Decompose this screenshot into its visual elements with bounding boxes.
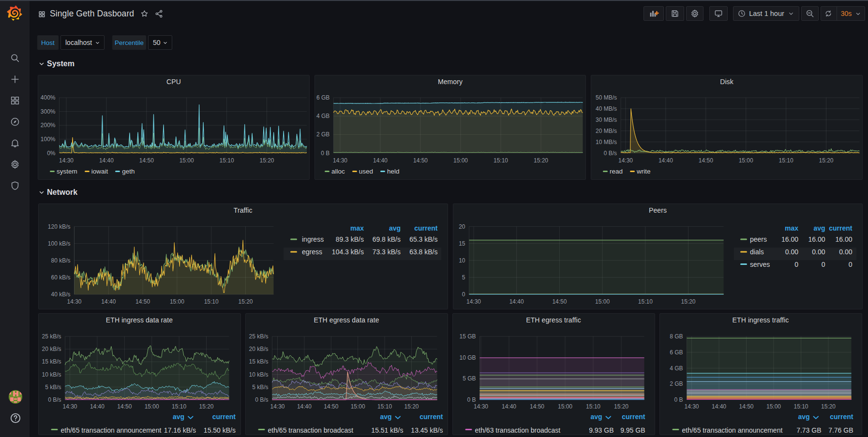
- svg-text:current: current: [830, 413, 853, 421]
- svg-text:15:10: 15:10: [779, 157, 793, 164]
- svg-text:15:10: 15:10: [172, 403, 186, 410]
- svg-text:14:40: 14:40: [658, 157, 673, 164]
- svg-text:14:40: 14:40: [99, 157, 114, 164]
- svg-text:10 GB: 10 GB: [459, 354, 476, 361]
- svg-text:14:30: 14:30: [466, 298, 481, 305]
- svg-text:20 kB/s: 20 kB/s: [249, 346, 268, 352]
- svg-text:0 B/s: 0 B/s: [255, 396, 268, 403]
- svg-text:0 B: 0 B: [674, 396, 683, 403]
- svg-text:25 kB/s: 25 kB/s: [249, 333, 268, 340]
- svg-text:73.3 kB/s: 73.3 kB/s: [372, 248, 400, 256]
- svg-text:0 B: 0 B: [467, 396, 476, 403]
- svg-text:200%: 200%: [41, 122, 56, 129]
- svg-text:14:50: 14:50: [699, 157, 713, 164]
- svg-text:max: max: [785, 224, 798, 232]
- svg-text:0: 0: [822, 261, 825, 268]
- svg-text:16.00: 16.00: [835, 235, 852, 243]
- svg-text:2 GB: 2 GB: [670, 380, 683, 387]
- svg-text:eth/65 transaction announcemen: eth/65 transaction announcement: [682, 426, 782, 434]
- svg-text:current: current: [419, 413, 443, 421]
- svg-text:100 kB/s: 100 kB/s: [47, 240, 70, 247]
- svg-text:current: current: [829, 224, 853, 232]
- svg-text:15: 15: [459, 240, 465, 247]
- svg-text:15:00: 15:00: [169, 298, 184, 305]
- svg-text:avg: avg: [590, 413, 602, 421]
- svg-text:peers: peers: [750, 235, 767, 243]
- svg-text:20: 20: [459, 223, 465, 230]
- svg-text:63.8 kB/s: 63.8 kB/s: [409, 248, 437, 256]
- svg-text:14:50: 14:50: [739, 403, 753, 410]
- svg-text:14:50: 14:50: [117, 403, 132, 410]
- svg-text:300%: 300%: [41, 108, 56, 115]
- svg-text:15:10: 15:10: [494, 157, 508, 164]
- svg-text:current: current: [212, 413, 236, 421]
- svg-text:14:30: 14:30: [59, 157, 74, 164]
- svg-text:0.00: 0.00: [839, 248, 852, 256]
- svg-text:15:10: 15:10: [220, 157, 234, 164]
- svg-text:0: 0: [849, 261, 853, 268]
- svg-text:104.3 kB/s: 104.3 kB/s: [331, 248, 363, 256]
- svg-text:80 kB/s: 80 kB/s: [51, 257, 70, 264]
- svg-text:15:00: 15:00: [557, 403, 572, 410]
- svg-text:5 kB/s: 5 kB/s: [45, 384, 61, 391]
- svg-text:14:50: 14:50: [552, 298, 567, 305]
- svg-text:14:40: 14:40: [711, 403, 726, 410]
- svg-text:15:10: 15:10: [638, 298, 653, 305]
- svg-text:5 kB/s: 5 kB/s: [252, 384, 268, 391]
- svg-text:10: 10: [459, 257, 465, 264]
- svg-text:eth/65 transaction announcemen: eth/65 transaction announcement: [60, 426, 161, 434]
- svg-text:9.95 GB: 9.95 GB: [620, 426, 645, 434]
- svg-text:15 kB/s: 15 kB/s: [42, 358, 61, 365]
- svg-text:0.00: 0.00: [812, 248, 825, 256]
- svg-text:14:30: 14:30: [333, 157, 347, 164]
- svg-text:7.76 GB: 7.76 GB: [828, 426, 853, 434]
- svg-text:15:10: 15:10: [377, 403, 392, 410]
- svg-text:15:00: 15:00: [144, 403, 159, 410]
- svg-text:14:40: 14:40: [373, 157, 388, 164]
- svg-text:14:40: 14:40: [297, 403, 311, 410]
- svg-text:14:50: 14:50: [324, 403, 338, 410]
- svg-text:max: max: [350, 224, 363, 232]
- svg-text:2 GB: 2 GB: [316, 131, 329, 138]
- svg-text:15:20: 15:20: [238, 298, 253, 305]
- svg-text:14:30: 14:30: [473, 403, 488, 410]
- svg-text:17.16 kB/s: 17.16 kB/s: [164, 426, 195, 434]
- svg-text:14:40: 14:40: [509, 298, 524, 305]
- svg-text:10 kB/s: 10 kB/s: [249, 371, 268, 378]
- svg-text:10 kB/s: 10 kB/s: [42, 371, 61, 378]
- svg-text:6 GB: 6 GB: [316, 94, 329, 101]
- svg-text:7.73 GB: 7.73 GB: [796, 426, 821, 434]
- svg-text:15:10: 15:10: [585, 403, 600, 410]
- svg-text:6 GB: 6 GB: [670, 349, 683, 356]
- svg-text:15:00: 15:00: [766, 403, 780, 410]
- svg-text:60 kB/s: 60 kB/s: [51, 274, 70, 281]
- svg-text:avg: avg: [172, 413, 184, 421]
- svg-text:eth/63 transaction broadcast: eth/63 transaction broadcast: [475, 426, 560, 434]
- svg-text:15:20: 15:20: [614, 403, 628, 410]
- svg-text:15.50 kB/s: 15.50 kB/s: [203, 426, 235, 434]
- svg-text:15 kB/s: 15 kB/s: [249, 358, 268, 365]
- svg-text:0.00: 0.00: [785, 248, 798, 256]
- svg-text:eth/65 transaction broadcast: eth/65 transaction broadcast: [268, 426, 353, 434]
- svg-text:4 GB: 4 GB: [316, 113, 329, 119]
- svg-text:14:50: 14:50: [413, 157, 428, 164]
- svg-text:0 B/s: 0 B/s: [604, 150, 617, 157]
- svg-text:15:20: 15:20: [534, 157, 548, 164]
- svg-text:9.93 GB: 9.93 GB: [589, 426, 614, 434]
- svg-text:avg: avg: [389, 224, 400, 232]
- svg-text:40 MB/s: 40 MB/s: [596, 105, 617, 112]
- svg-text:40 kB/s: 40 kB/s: [51, 291, 70, 298]
- svg-text:dials: dials: [750, 248, 764, 256]
- svg-text:120 kB/s: 120 kB/s: [47, 223, 70, 230]
- svg-text:0 B: 0 B: [321, 150, 329, 157]
- svg-text:current: current: [622, 413, 645, 421]
- svg-text:15 GB: 15 GB: [459, 333, 476, 340]
- svg-text:avg: avg: [798, 413, 809, 421]
- svg-text:current: current: [414, 224, 438, 232]
- svg-text:16.00: 16.00: [808, 235, 825, 243]
- svg-text:avg: avg: [380, 413, 391, 421]
- svg-text:16.00: 16.00: [781, 235, 798, 243]
- svg-text:13.45 kB/s: 13.45 kB/s: [411, 426, 443, 434]
- svg-text:15:20: 15:20: [259, 157, 274, 164]
- svg-text:14:30: 14:30: [684, 403, 699, 410]
